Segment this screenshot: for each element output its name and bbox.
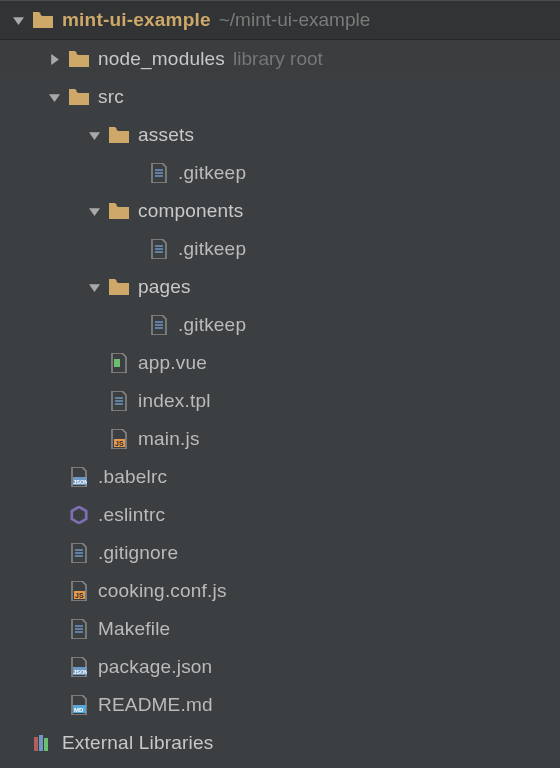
root-name: mint-ui-example	[62, 9, 211, 31]
svg-rect-14	[44, 738, 48, 751]
folder-icon	[108, 124, 130, 146]
file-icon	[148, 238, 170, 260]
file-icon	[108, 390, 130, 412]
label-assets: assets	[138, 124, 194, 146]
tree-row-pages[interactable]: pages	[0, 268, 560, 306]
tree-row-src[interactable]: src	[0, 78, 560, 116]
folder-icon	[108, 200, 130, 222]
file-icon	[148, 162, 170, 184]
root-path: ~/mint-ui-example	[219, 9, 371, 31]
label-eslintrc: .eslintrc	[98, 504, 165, 526]
label-makefile: Makefile	[98, 618, 170, 640]
svg-rect-13	[39, 735, 43, 751]
label-gitkeep: .gitkeep	[178, 238, 246, 260]
svg-text:JSON: JSON	[73, 479, 87, 485]
svg-text:MD: MD	[74, 707, 84, 713]
folder-icon	[68, 86, 90, 108]
folder-icon	[68, 48, 90, 70]
label-package-json: package.json	[98, 656, 212, 678]
chevron-right-icon[interactable]	[40, 54, 68, 65]
tree-row-package-json[interactable]: · JSON package.json	[0, 648, 560, 686]
svg-marker-5	[72, 507, 86, 523]
html-file-icon	[108, 352, 130, 374]
label-app-vue: app.vue	[138, 352, 207, 374]
svg-rect-12	[34, 737, 38, 751]
file-icon	[68, 542, 90, 564]
label-pages: pages	[138, 276, 191, 298]
chevron-down-icon[interactable]	[40, 92, 68, 103]
tree-row-eslintrc[interactable]: · .eslintrc	[0, 496, 560, 534]
tree-row-index-tpl[interactable]: · index.tpl	[0, 382, 560, 420]
tree-row-root[interactable]: mint-ui-example ~/mint-ui-example	[0, 0, 560, 40]
tree-row-makefile[interactable]: · Makefile	[0, 610, 560, 648]
tree-row-components[interactable]: components	[0, 192, 560, 230]
svg-text:JS: JS	[115, 440, 124, 447]
markdown-file-icon: MD	[68, 694, 90, 716]
tree-row-main-js[interactable]: · JS main.js	[0, 420, 560, 458]
label-node-modules: node_modules	[98, 48, 225, 70]
chevron-down-icon[interactable]	[80, 130, 108, 141]
tree-row-node-modules[interactable]: node_modules library root	[0, 40, 560, 78]
json-file-icon: JSON	[68, 466, 90, 488]
chevron-down-icon[interactable]	[80, 206, 108, 217]
svg-rect-0	[114, 359, 120, 367]
tree-row-babelrc[interactable]: · JSON .babelrc	[0, 458, 560, 496]
tree-row-assets-gitkeep[interactable]: · .gitkeep	[0, 154, 560, 192]
svg-text:JSON: JSON	[73, 669, 87, 675]
label-main-js: main.js	[138, 428, 200, 450]
js-file-icon: JS	[68, 580, 90, 602]
tree-row-readme[interactable]: · MD README.md	[0, 686, 560, 724]
chevron-down-icon[interactable]	[80, 282, 108, 293]
label-readme: README.md	[98, 694, 213, 716]
eslint-icon	[68, 504, 90, 526]
js-file-icon: JS	[108, 428, 130, 450]
svg-text:JS: JS	[75, 592, 84, 599]
label-babelrc: .babelrc	[98, 466, 167, 488]
label-gitignore: .gitignore	[98, 542, 178, 564]
label-components: components	[138, 200, 244, 222]
folder-icon	[108, 276, 130, 298]
tree-row-external-libraries[interactable]: · External Libraries	[0, 724, 560, 762]
json-file-icon: JSON	[68, 656, 90, 678]
label-src: src	[98, 86, 124, 108]
label-gitkeep: .gitkeep	[178, 314, 246, 336]
chevron-down-icon[interactable]	[4, 15, 32, 26]
label-gitkeep: .gitkeep	[178, 162, 246, 184]
label-library-root: library root	[233, 48, 323, 70]
tree-row-gitignore[interactable]: · .gitignore	[0, 534, 560, 572]
file-icon	[68, 618, 90, 640]
tree-row-app-vue[interactable]: · app.vue	[0, 344, 560, 382]
tree-row-assets[interactable]: assets	[0, 116, 560, 154]
project-tree[interactable]: mint-ui-example ~/mint-ui-example node_m…	[0, 0, 560, 768]
libraries-icon	[32, 732, 54, 754]
tree-row-components-gitkeep[interactable]: · .gitkeep	[0, 230, 560, 268]
folder-icon	[32, 9, 54, 31]
label-cooking: cooking.conf.js	[98, 580, 227, 602]
file-icon	[148, 314, 170, 336]
tree-row-cooking-conf[interactable]: · JS cooking.conf.js	[0, 572, 560, 610]
tree-row-pages-gitkeep[interactable]: · .gitkeep	[0, 306, 560, 344]
label-index-tpl: index.tpl	[138, 390, 211, 412]
label-external-libs: External Libraries	[62, 732, 213, 754]
